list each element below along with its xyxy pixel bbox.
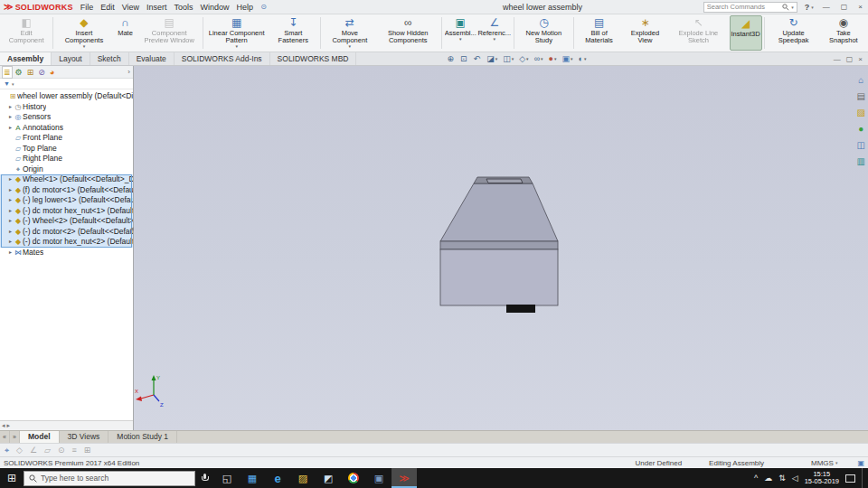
clock[interactable]: 15:1515-05-2019: [805, 471, 839, 486]
tree-filter-bar[interactable]: ▼ ▾: [0, 79, 133, 89]
menu-item[interactable]: Tools: [175, 3, 193, 12]
microphone-icon[interactable]: [202, 474, 208, 483]
ribbon-button[interactable]: [514, 17, 514, 49]
tray-chevron-icon[interactable]: ^: [754, 474, 758, 483]
filter-caret-icon[interactable]: ▾: [12, 81, 14, 87]
tree-item[interactable]: ▸ ◆ (-) dc motor hex_nut<1> (Default<<: [0, 206, 133, 217]
tree-item[interactable]: ▸ ◆ (-) dc motor<2> (Default<<Default>: [0, 227, 133, 238]
solidworks-resources-icon[interactable]: ▤: [857, 91, 865, 101]
taskbar-search[interactable]: [24, 471, 195, 486]
command-tab[interactable]: SOLIDWORKS MBD: [270, 52, 357, 65]
menu-item[interactable]: View: [122, 3, 139, 12]
expand-arrow-icon[interactable]: ▸: [7, 227, 14, 238]
tree-item[interactable]: ▱ Right Plane: [0, 154, 133, 164]
zoom-fit-icon[interactable]: ⊕: [447, 54, 455, 63]
ribbon-button[interactable]: ∗ Exploded View: [622, 15, 667, 51]
taskbar-search-input[interactable]: [41, 474, 176, 483]
show-desktop-button[interactable]: [862, 468, 865, 488]
expand-arrow-icon[interactable]: ▸: [7, 123, 14, 134]
action-center-icon[interactable]: [845, 474, 855, 483]
ribbon-button[interactable]: ↖ Explode Line Sketch: [668, 15, 730, 51]
ribbon-button[interactable]: ∩ Mate: [113, 15, 138, 51]
filter-funnel-icon[interactable]: ▼: [4, 80, 10, 87]
view-orientation-icon[interactable]: ◫▾: [503, 54, 514, 63]
assembly-model[interactable]: [440, 177, 558, 313]
displaymanager-tab[interactable]: ◕: [49, 67, 55, 78]
doc-close-button[interactable]: ×: [858, 55, 863, 63]
select-filter-icon[interactable]: ⌖: [5, 446, 9, 455]
units-selector[interactable]: MMGS▾: [811, 459, 837, 467]
tree-item[interactable]: ▸ ◆ (f) dc motor<1> (Default<<Default>: [0, 185, 133, 196]
appearances-icon[interactable]: ●: [858, 124, 863, 134]
file-explorer-icon[interactable]: ▨: [290, 468, 316, 488]
expand-arrow-icon[interactable]: ▸: [7, 112, 14, 123]
graphics-viewport[interactable]: X Y Z ⌂▤▨●◫▥: [134, 66, 868, 430]
design-library-icon[interactable]: ▨: [857, 108, 865, 117]
configurationmanager-tab[interactable]: ⊞: [26, 67, 35, 78]
expand-arrow-icon[interactable]: ▸: [7, 185, 14, 196]
zoom-area-icon[interactable]: ⊡: [460, 54, 468, 63]
help-button[interactable]: ?▾: [805, 3, 814, 12]
view-palette-icon[interactable]: ◫: [857, 140, 865, 150]
scroll-right-icon[interactable]: ▸: [7, 422, 11, 429]
section-view-icon[interactable]: ◪▾: [486, 54, 497, 63]
ribbon-button[interactable]: ◢ Instant3D: [730, 15, 762, 51]
command-tab[interactable]: SOLIDWORKS Add-Ins: [175, 52, 270, 65]
ribbon-button[interactable]: ▤ Bill of Materials: [576, 15, 623, 51]
featuremanager-tab[interactable]: ≣: [3, 67, 12, 78]
snap-lines-icon[interactable]: ≡: [72, 446, 77, 455]
expand-arrow-icon[interactable]: ▸: [7, 102, 14, 113]
tree-horizontal-scrollbar[interactable]: ◂ ▸: [0, 420, 133, 430]
hide-show-items-icon[interactable]: ∞▾: [534, 54, 543, 63]
expand-arrow-icon[interactable]: ▸: [7, 206, 14, 217]
minimize-button[interactable]: —: [821, 3, 832, 11]
scroll-left-icon[interactable]: ◂: [2, 422, 5, 429]
snap-points-icon[interactable]: ⊙: [58, 446, 65, 455]
ribbon-button[interactable]: ◉ Take Snapshot: [821, 15, 866, 51]
tree-item[interactable]: ▸ ⋈ Mates: [0, 248, 133, 258]
propertymanager-tab[interactable]: ⚙: [14, 67, 24, 78]
ribbon-button[interactable]: ◧ Edit Component: [2, 15, 51, 51]
ribbon-button[interactable]: ↧ Smart Fasteners: [268, 15, 318, 51]
view-settings-icon[interactable]: ◐▾: [579, 54, 587, 63]
tree-item[interactable]: ▸ A Annotations: [0, 123, 133, 134]
tree-item[interactable]: ▸ ◆ (-) dc motor hex_nut<2> (Default<<: [0, 237, 133, 248]
ribbon-button[interactable]: [441, 17, 442, 49]
previous-view-icon[interactable]: ↶: [474, 54, 482, 63]
edit-appearance-icon[interactable]: ●▾: [549, 54, 557, 63]
menu-item[interactable]: Help: [237, 3, 254, 12]
ribbon-button[interactable]: [320, 17, 321, 49]
model-top-slot[interactable]: [486, 179, 523, 183]
ribbon-button[interactable]: ▤ Component Preview Window: [138, 15, 201, 51]
expand-arrow-icon[interactable]: ▸: [7, 237, 14, 248]
model-body[interactable]: [440, 249, 558, 305]
command-tab[interactable]: Evaluate: [129, 52, 175, 65]
menu-item[interactable]: File: [80, 3, 94, 12]
expand-arrow-icon[interactable]: ▸: [7, 216, 14, 227]
edge-icon[interactable]: e: [265, 468, 290, 488]
volume-icon[interactable]: ◁: [792, 474, 798, 483]
tree-item-root[interactable]: ⊞ wheel lower assembly (Default<Display: [0, 91, 133, 102]
expand-arrow-icon[interactable]: ▸: [7, 195, 14, 206]
tree-item[interactable]: ▸ ◎ Sensors: [0, 112, 133, 123]
network-icon[interactable]: ⇅: [778, 474, 786, 483]
tree-item[interactable]: ▱ Top Plane: [0, 144, 133, 155]
solidworks-taskbar-icon[interactable]: ≫: [392, 468, 417, 488]
ribbon-button[interactable]: ↻ Update Speedpak: [767, 15, 821, 51]
menu-item[interactable]: Edit: [100, 3, 115, 12]
store-icon[interactable]: ▦: [240, 468, 265, 488]
model-roof-face[interactable]: [440, 183, 558, 241]
filter-vertices-icon[interactable]: ◇: [16, 446, 23, 455]
filter-faces-icon[interactable]: ▱: [44, 446, 51, 455]
app-icon[interactable]: ▣: [366, 468, 392, 488]
document-tab[interactable]: Model: [20, 431, 60, 443]
menu-item[interactable]: Window: [201, 3, 230, 12]
search-caret-icon[interactable]: ▾: [791, 5, 794, 10]
ribbon-button[interactable]: ⇄ Move Component ▾: [323, 15, 376, 51]
expand-arrow-icon[interactable]: ▸: [7, 248, 14, 258]
restore-button[interactable]: ▢: [839, 3, 850, 11]
command-tab[interactable]: Layout: [52, 52, 90, 65]
custom-properties-icon[interactable]: ▥: [857, 156, 865, 166]
viewport-canvas[interactable]: X Y Z: [134, 66, 868, 430]
command-search-input[interactable]: [707, 3, 780, 11]
